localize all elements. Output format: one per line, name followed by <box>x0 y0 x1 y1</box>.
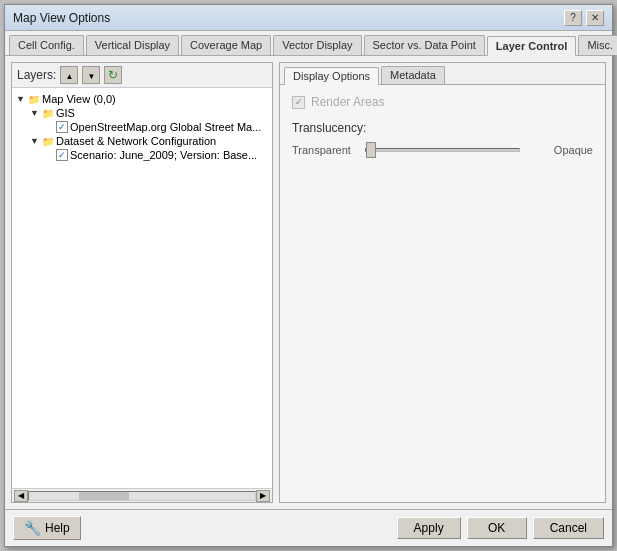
expand-icon-gis[interactable]: ▼ <box>30 108 40 118</box>
right-content: Render Areas Translucency: Transparent O… <box>280 85 605 502</box>
tab-misc[interactable]: Misc. <box>578 35 617 55</box>
render-areas-label: Render Areas <box>311 95 384 109</box>
up-arrow-icon <box>65 70 73 81</box>
translucency-section: Translucency: Transparent Opaque <box>292 121 593 159</box>
tree-node-scenario[interactable]: ▶ Scenario: June_2009; Version: Base... <box>44 148 268 162</box>
layers-header: Layers: <box>12 63 272 88</box>
down-arrow-icon <box>87 70 95 81</box>
tree-label-scenario: Scenario: June_2009; Version: Base... <box>70 149 257 161</box>
sub-tab-bar: Display Options Metadata <box>280 63 605 85</box>
title-bar: Map View Options ? ✕ <box>5 5 612 31</box>
folder-icon-gis: 📁 <box>42 108 54 119</box>
footer: 🔧 Help Apply OK Cancel <box>5 509 612 546</box>
tab-layer-control[interactable]: Layer Control <box>487 36 577 56</box>
expand-icon-dataset[interactable]: ▼ <box>30 136 40 146</box>
tree-node-mapview[interactable]: ▼ 📁 Map View (0,0) <box>16 92 268 106</box>
scroll-left-btn[interactable]: ◀ <box>14 490 28 502</box>
tree-label-gis: GIS <box>56 107 75 119</box>
left-panel: Layers: ▼ 📁 Map View (0,0) <box>11 62 273 503</box>
tree-node-openstreetmap[interactable]: ▶ OpenStreetMap.org Global Street Ma... <box>44 120 268 134</box>
tree-node-gis[interactable]: ▼ 📁 GIS <box>30 106 268 120</box>
apply-button[interactable]: Apply <box>397 517 461 539</box>
ok-button[interactable]: OK <box>467 517 527 539</box>
slider-container <box>365 141 520 159</box>
main-tab-bar: Cell Config. Vertical Display Coverage M… <box>5 31 612 56</box>
sub-tab-metadata[interactable]: Metadata <box>381 66 445 84</box>
checkbox-osm[interactable] <box>56 121 68 133</box>
horizontal-scrollbar: ◀ ▶ <box>12 488 272 502</box>
scroll-thumb[interactable] <box>79 492 129 500</box>
window-title: Map View Options <box>13 11 110 25</box>
tree-label-mapview: Map View (0,0) <box>42 93 116 105</box>
scroll-right-btn[interactable]: ▶ <box>256 490 270 502</box>
tab-coverage-map[interactable]: Coverage Map <box>181 35 271 55</box>
tree-area: ▼ 📁 Map View (0,0) ▼ 📁 GIS ▶ OpenStreetM… <box>12 88 272 488</box>
tab-sector-vs-data-point[interactable]: Sector vs. Data Point <box>364 35 485 55</box>
layer-refresh-btn[interactable] <box>104 66 122 84</box>
tab-vertical-display[interactable]: Vertical Display <box>86 35 179 55</box>
close-title-btn[interactable]: ✕ <box>586 10 604 26</box>
sub-tab-display-options[interactable]: Display Options <box>284 67 379 85</box>
opaque-label: Opaque <box>528 144 593 156</box>
tab-cell-config[interactable]: Cell Config. <box>9 35 84 55</box>
translucency-label: Translucency: <box>292 121 593 135</box>
render-areas-row: Render Areas <box>292 95 593 109</box>
tab-vector-display[interactable]: Vector Display <box>273 35 361 55</box>
help-label: Help <box>45 521 70 535</box>
main-content: Layers: ▼ 📁 Map View (0,0) <box>5 56 612 509</box>
transparent-label: Transparent <box>292 144 357 156</box>
title-bar-controls: ? ✕ <box>564 10 604 26</box>
checkbox-scenario[interactable] <box>56 149 68 161</box>
folder-icon-mapview: 📁 <box>28 94 40 105</box>
refresh-icon <box>108 68 118 82</box>
folder-icon-dataset: 📁 <box>42 136 54 147</box>
scroll-track[interactable] <box>28 491 256 501</box>
help-title-btn[interactable]: ? <box>564 10 582 26</box>
layer-up-btn[interactable] <box>60 66 78 84</box>
slider-row: Transparent Opaque <box>292 141 593 159</box>
cancel-button[interactable]: Cancel <box>533 517 604 539</box>
slider-thumb[interactable] <box>366 142 376 158</box>
map-view-options-window: Map View Options ? ✕ Cell Config. Vertic… <box>4 4 613 547</box>
tree-label-osm: OpenStreetMap.org Global Street Ma... <box>70 121 261 133</box>
help-button[interactable]: 🔧 Help <box>13 516 81 540</box>
tree-node-dataset[interactable]: ▼ 📁 Dataset & Network Configuration <box>30 134 268 148</box>
right-panel: Display Options Metadata Render Areas Tr… <box>279 62 606 503</box>
tree-label-dataset: Dataset & Network Configuration <box>56 135 216 147</box>
expand-icon-mapview[interactable]: ▼ <box>16 94 26 104</box>
footer-right-buttons: Apply OK Cancel <box>397 517 604 539</box>
layers-label: Layers: <box>17 68 56 82</box>
checkbox-render-areas <box>292 96 305 109</box>
layer-down-btn[interactable] <box>82 66 100 84</box>
slider-track[interactable] <box>365 148 520 152</box>
help-icon: 🔧 <box>24 520 41 536</box>
